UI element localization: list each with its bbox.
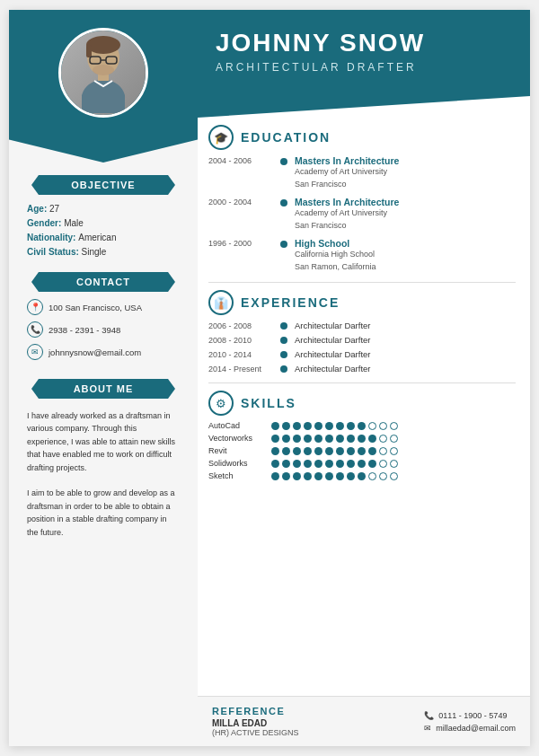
name-heading: JOHNNY SNOW — [216, 30, 512, 57]
dot — [347, 460, 355, 468]
phone-icon: 📞 — [27, 321, 43, 338]
dot — [314, 472, 323, 480]
edu-dot-0 — [280, 158, 287, 165]
dot — [358, 472, 366, 480]
sections-container: 🎓 EDUCATION 2004 - 2006 Masters In Archi… — [198, 118, 530, 696]
education-title-row: 🎓 EDUCATION — [208, 125, 516, 150]
aboutme-header: ABOUT ME — [31, 379, 175, 399]
edu-details-2: High School California High SchoolSan Ra… — [295, 238, 376, 273]
skill-sketch: Sketch — [208, 471, 516, 480]
skill-vectorworks: Vectorworks — [208, 434, 516, 443]
objective-content: Age: 27 Gender: Male Nationality: Americ… — [22, 202, 184, 259]
edu-item-2: 1996 - 2000 High School California High … — [208, 238, 516, 273]
objective-civil: Civil Status: Single — [27, 245, 180, 259]
reference-title: REFERENCE — [212, 706, 299, 716]
dot — [379, 472, 387, 480]
dot — [390, 435, 398, 443]
dot — [282, 460, 290, 468]
skills-title: SKILLS — [241, 396, 296, 410]
exp-dot-3 — [280, 365, 287, 373]
aboutme-label: ABOUT ME — [74, 383, 134, 394]
objective-nationality: Nationality: American — [27, 231, 180, 245]
ref-phone-item: 📞 0111 - 1900 - 5749 — [424, 711, 516, 720]
skill-name-revit: Revit — [208, 446, 264, 455]
location-icon: 📍 — [27, 299, 43, 315]
ref-phone-icon: 📞 — [424, 711, 434, 720]
dot — [368, 472, 376, 480]
dot — [358, 422, 366, 430]
dot — [293, 422, 301, 430]
dot — [304, 422, 312, 430]
dot — [293, 435, 301, 443]
about-text: I have already worked as a draftsman in … — [22, 409, 184, 539]
dot — [304, 472, 312, 480]
skill-autocad: AutoCad — [208, 421, 516, 430]
ref-phone-text: 0111 - 1900 - 5749 — [438, 711, 507, 720]
dot — [390, 422, 398, 430]
skill-dots-autocad — [271, 422, 398, 430]
dot — [314, 422, 323, 430]
dot — [304, 447, 312, 455]
education-section: 🎓 EDUCATION 2004 - 2006 Masters In Archi… — [208, 125, 516, 273]
dot — [314, 460, 323, 468]
skill-name-vectorworks: Vectorworks — [208, 434, 264, 443]
reference-contact: 📞 0111 - 1900 - 5749 ✉ millaedad@email.c… — [424, 711, 516, 733]
experience-section: 👔 EXPERIENCE 2006 - 2008 Architectular D… — [208, 290, 516, 374]
sidebar-header — [9, 10, 198, 163]
exp-title-1: Architectular Darfter — [295, 335, 370, 345]
dot — [293, 460, 301, 468]
ref-email-text: millaedad@email.com — [436, 724, 516, 733]
edu-details-1: Masters In Architecture Academy of Art U… — [295, 197, 399, 232]
experience-title: EXPERIENCE — [241, 295, 340, 310]
dot — [336, 422, 344, 430]
dot — [325, 422, 333, 430]
dot — [325, 447, 333, 455]
skills-icon: ⚙ — [208, 391, 234, 416]
avatar — [58, 28, 148, 118]
education-title: EDUCATION — [241, 130, 331, 145]
dot — [358, 460, 366, 468]
edu-dot-1 — [280, 199, 287, 207]
dot — [347, 472, 355, 480]
main-header: JOHNNY SNOW ARCHITECTULAR DRAFTER — [198, 10, 530, 118]
contact-phone: 📞 2938 - 2391 - 3948 — [22, 321, 184, 338]
dot — [379, 447, 387, 455]
dot — [271, 447, 279, 455]
edu-details-0: Masters In Architecture Academy of Art U… — [295, 155, 399, 190]
dot — [271, 422, 279, 430]
phone-text: 2938 - 2391 - 3948 — [49, 325, 120, 335]
exp-item-1: 2008 - 2010 Architectular Darfter — [208, 335, 516, 345]
edu-year-2: 1996 - 2000 — [208, 238, 273, 248]
reference-section: REFERENCE MILLA EDAD (HR) ACTIVE DESIGNS… — [198, 696, 530, 746]
exp-title-3: Architectular Darfter — [295, 364, 370, 374]
exp-title-0: Architectular Darfter — [295, 321, 370, 330]
dot — [282, 435, 290, 443]
contact-address: 📍 100 San Francisco, USA — [22, 299, 184, 315]
dot — [358, 435, 366, 443]
skill-name-sketch: Sketch — [208, 471, 264, 480]
contact-label: CONTACT — [76, 277, 130, 287]
resume-container: OBJECTIVE Age: 27 Gender: Male Nationali… — [9, 10, 530, 746]
exp-item-3: 2014 - Present Architectular Darfter — [208, 364, 516, 374]
dot — [347, 422, 355, 430]
exp-year-3: 2014 - Present — [208, 365, 273, 374]
dot — [282, 422, 290, 430]
objective-header: OBJECTIVE — [31, 175, 175, 195]
dot — [336, 435, 344, 443]
skill-solidworks: Solidworks — [208, 459, 516, 468]
edu-degree-0: Masters In Architecture — [295, 155, 399, 166]
edu-degree-2: High School — [295, 238, 376, 249]
dot — [304, 435, 312, 443]
dot — [368, 460, 376, 468]
dot — [336, 460, 344, 468]
dot — [314, 435, 323, 443]
dot — [379, 435, 387, 443]
address-text: 100 San Francisco, USA — [49, 303, 142, 312]
edu-degree-1: Masters In Architecture — [295, 197, 399, 207]
dot — [325, 435, 333, 443]
skill-dots-sketch — [271, 472, 398, 480]
contact-email: ✉ johnnysnow@email.com — [22, 344, 184, 360]
edu-item-0: 2004 - 2006 Masters In Architecture Acad… — [208, 155, 516, 190]
dot — [282, 472, 290, 480]
dot — [271, 435, 279, 443]
